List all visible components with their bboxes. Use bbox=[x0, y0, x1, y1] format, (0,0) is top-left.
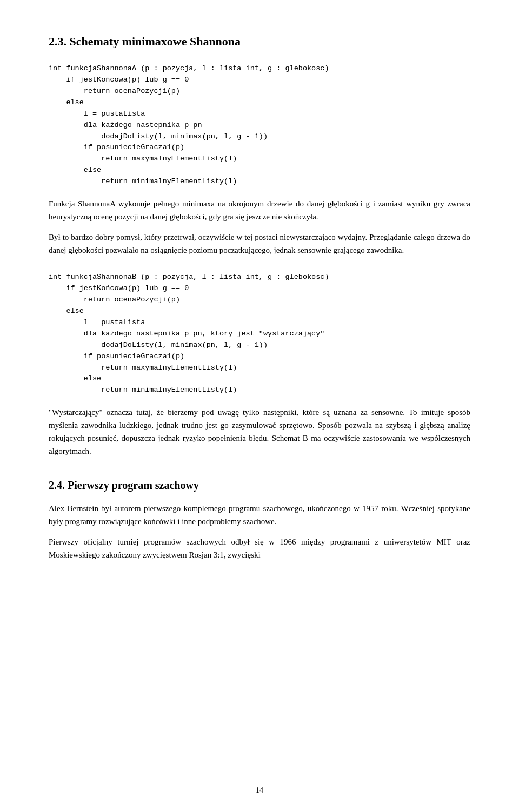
page: 2.3. Schematy minimaxowe Shannona int fu… bbox=[0, 0, 519, 812]
page-number: 14 bbox=[256, 784, 263, 796]
paragraph-2-4-1: Alex Bernstein był autorem pierwszego ko… bbox=[49, 502, 470, 528]
section-2-3-heading: 2.3. Schematy minimaxowe Shannona bbox=[49, 32, 470, 50]
paragraph-2-3-1: Funkcja ShannonaA wykonuje pełnego minim… bbox=[49, 197, 470, 223]
code-block-a: int funkcjaShannonaA (p : pozycja, l : l… bbox=[49, 63, 470, 187]
section-2-4-heading: 2.4. Pierwszy program szachowy bbox=[49, 477, 470, 493]
paragraph-2-4-2: Pierwszy oficjalny turniej programów sza… bbox=[49, 535, 470, 561]
code-block-b: int funkcjaShannonaB (p : pozycja, l : l… bbox=[49, 272, 470, 396]
paragraph-2-3-2: Był to bardzo dobry pomysł, który przetr… bbox=[49, 231, 470, 257]
paragraph-2-3-3: "Wystarczający" oznacza tutaj, że bierze… bbox=[49, 406, 470, 458]
